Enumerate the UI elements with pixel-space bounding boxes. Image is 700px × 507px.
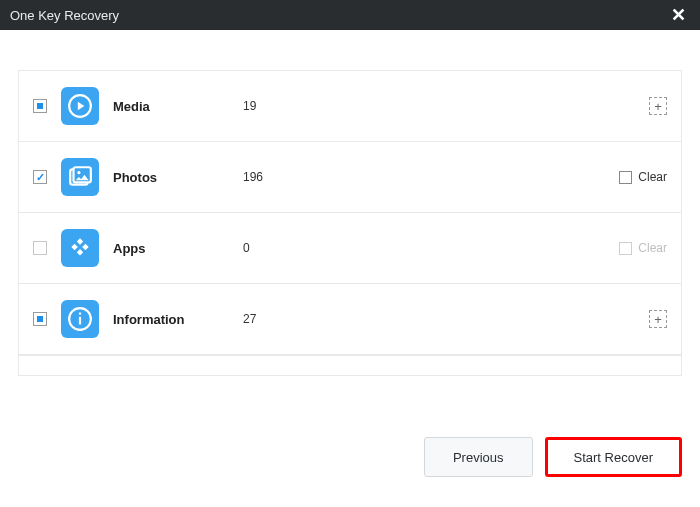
count-photos: 196 <box>243 170 323 184</box>
list-item-media[interactable]: Media 19 + <box>19 71 681 142</box>
list-item-apps[interactable]: Apps 0 Clear <box>19 213 681 284</box>
clear-label: Clear <box>638 170 667 184</box>
clear-checkbox[interactable] <box>619 171 632 184</box>
svg-rect-6 <box>79 313 81 315</box>
previous-button[interactable]: Previous <box>424 437 533 477</box>
recovery-list: Media 19 + Photos 196 Clear Apps <box>18 70 682 376</box>
count-information: 27 <box>243 312 323 326</box>
label-information: Information <box>113 312 243 327</box>
info-icon <box>61 300 99 338</box>
clear-label-disabled: Clear <box>638 241 667 255</box>
list-item-photos[interactable]: Photos 196 Clear <box>19 142 681 213</box>
clear-checkbox-disabled <box>619 242 632 255</box>
start-recover-button[interactable]: Start Recover <box>545 437 682 477</box>
label-media: Media <box>113 99 243 114</box>
titlebar: One Key Recovery ✕ <box>0 0 700 30</box>
photo-icon <box>61 158 99 196</box>
list-item-information[interactable]: Information 27 + <box>19 284 681 355</box>
svg-point-3 <box>77 171 80 174</box>
content: Media 19 + Photos 196 Clear Apps <box>0 30 700 376</box>
clear-control-apps: Clear <box>619 241 667 255</box>
checkbox-apps[interactable] <box>33 241 47 255</box>
apps-icon <box>61 229 99 267</box>
label-apps: Apps <box>113 241 243 256</box>
list-footer-strip <box>19 355 681 375</box>
expand-icon[interactable]: + <box>649 97 667 115</box>
checkbox-information[interactable] <box>33 312 47 326</box>
window-title: One Key Recovery <box>10 8 119 23</box>
close-icon[interactable]: ✕ <box>667 6 690 24</box>
count-media: 19 <box>243 99 323 113</box>
expand-icon[interactable]: + <box>649 310 667 328</box>
clear-control-photos[interactable]: Clear <box>619 170 667 184</box>
count-apps: 0 <box>243 241 323 255</box>
footer-buttons: Previous Start Recover <box>424 437 682 477</box>
checkbox-media[interactable] <box>33 99 47 113</box>
svg-rect-5 <box>79 317 81 325</box>
media-icon <box>61 87 99 125</box>
checkbox-photos[interactable] <box>33 170 47 184</box>
label-photos: Photos <box>113 170 243 185</box>
